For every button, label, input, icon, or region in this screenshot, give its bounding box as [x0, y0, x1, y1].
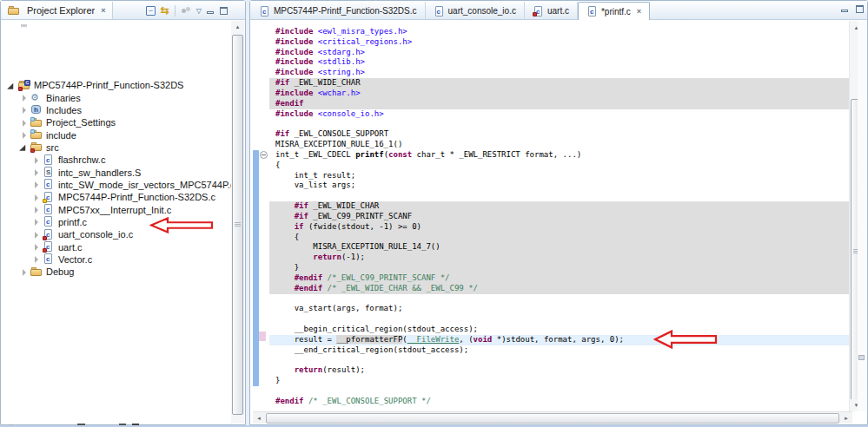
editor-hscrollbar: ◄ ►: [253, 411, 852, 424]
fold-collapse-icon[interactable]: [260, 151, 268, 159]
project-tree: CMPC5744P-Printf_Function-S32DS⚙Binaries…: [2, 79, 228, 279]
expand-arrow-icon[interactable]: [33, 181, 41, 188]
scrollbar-thumb[interactable]: [232, 35, 243, 415]
scroll-up-icon[interactable]: ▲: [231, 21, 244, 33]
close-icon[interactable]: ×: [637, 7, 641, 16]
expand-arrow-icon[interactable]: [21, 94, 29, 102]
c-file-error-icon: c: [43, 241, 55, 253]
tree-item-intc_SW_mode_isr_vectors_MPC5744P.c[interactable]: cintc_SW_mode_isr_vectors_MPC5744P.c: [2, 179, 228, 191]
expand-arrow-icon[interactable]: [21, 143, 29, 151]
cutoff-glyph: [132, 424, 139, 427]
c-file-error-icon: c: [533, 6, 543, 16]
tree-item-label: MPC5744P-Printf_Function-S32DS: [34, 80, 183, 90]
code-line: if (fwide(stdout, -1) >= 0): [269, 222, 849, 233]
code-line: #if _EWL_WIDE_CHAR: [269, 78, 849, 89]
code-line: int_t _EWL_CDECL printf(const char_t * _…: [269, 150, 849, 161]
code-line: #include <console_io.h>: [269, 109, 849, 120]
editor-tab-uart_console_io.c[interactable]: cuart_console_io.c: [426, 2, 525, 20]
scope-range-indicator: [253, 150, 259, 386]
editor-tab-MPC5744P-Printf_Function-S32DS.c[interactable]: cMPC5744P-Printf_Function-S32DS.c: [251, 2, 426, 20]
expand-arrow-icon[interactable]: [9, 82, 17, 89]
overview-ruler: [858, 21, 866, 411]
editor-tab-printf.c[interactable]: c*printf.c×: [578, 2, 650, 20]
code-line: MISRA_EXCEPTION_RULE_16_1(): [269, 140, 849, 150]
maximize-icon[interactable]: [220, 7, 228, 15]
expand-arrow-icon[interactable]: [21, 119, 29, 127]
folder-src-error-icon: [30, 141, 43, 153]
tree-item-Project_Settings[interactable]: Project_Settings: [2, 116, 228, 128]
toolbar-separator: [175, 5, 176, 16]
tree-item-label: Project_Settings: [46, 117, 116, 128]
view-title: Project Explorer: [27, 5, 95, 16]
expand-arrow-icon[interactable]: [21, 106, 29, 114]
code-line: result = __pformatterFP(__FileWrite, (vo…: [269, 335, 849, 345]
code-line: [269, 119, 849, 129]
code-line: #endif /* _EWL_WIDE_CHAR && _EWL_C99 */: [269, 284, 849, 294]
view-menu-icon[interactable]: [181, 6, 191, 15]
project-explorer-header: Project Explorer × − ⇆ ▽: [1, 1, 245, 20]
minimize-icon[interactable]: [841, 5, 849, 13]
expand-arrow-icon[interactable]: [33, 231, 41, 239]
code-line: #if _EWL_WIDE_CHAR: [269, 201, 849, 212]
code-line: return(result);: [269, 365, 849, 376]
tree-item-Debug[interactable]: Debug: [2, 266, 228, 278]
editor-tab-label: uart_console_io.c: [448, 6, 516, 16]
editor-tab-uart.c[interactable]: cuart.c: [525, 2, 578, 20]
overview-marker[interactable]: [858, 355, 865, 360]
scrollbar-thumb[interactable]: [266, 413, 839, 424]
expand-arrow-icon[interactable]: [33, 206, 41, 214]
code-line: [269, 386, 849, 397]
expand-arrow-icon[interactable]: [33, 156, 41, 164]
tree-item-intc_sw_handlers.S[interactable]: Sintc_sw_handlers.S: [2, 166, 228, 178]
collapse-all-icon[interactable]: −: [146, 6, 156, 16]
tree-item-label: flashrchw.c: [58, 154, 105, 165]
tree-item-uart.c[interactable]: cuart.c: [2, 240, 228, 253]
tab-project-explorer[interactable]: Project Explorer ×: [2, 2, 113, 19]
tree-item-label: intc_sw_handlers.S: [58, 168, 141, 178]
cutoff-glyph: [77, 424, 85, 427]
expand-arrow-icon[interactable]: [33, 194, 41, 201]
scroll-right-icon[interactable]: ►: [840, 412, 852, 424]
tree-item-include[interactable]: include: [2, 128, 228, 141]
tree-item-Binaries[interactable]: ⚙Binaries: [2, 91, 228, 103]
close-icon[interactable]: ×: [101, 6, 105, 15]
minimize-icon[interactable]: [207, 7, 215, 15]
c-file-icon: c: [586, 6, 597, 16]
project-explorer-panel: Project Explorer × − ⇆ ▽ CMPC5744P-Print…: [0, 0, 246, 425]
tree-item-MPC57xx__Interrupt_Init.c[interactable]: cMPC57xx__Interrupt_Init.c: [2, 203, 228, 215]
ide-window: Project Explorer × − ⇆ ▽ CMPC5744P-Print…: [0, 0, 868, 427]
folder-icon: [30, 266, 43, 278]
expand-arrow-icon[interactable]: [21, 268, 29, 276]
expand-arrow-icon[interactable]: [33, 168, 41, 176]
partially-scrolled-row: [21, 24, 27, 27]
scroll-left-icon[interactable]: ◄: [253, 412, 265, 424]
expand-arrow-icon[interactable]: [21, 131, 29, 139]
tree-item-MPC5744P-Printf_Function-S32DS[interactable]: CMPC5744P-Printf_Function-S32DS: [2, 79, 228, 91]
code-line: __begin_critical_region(stdout_access);: [269, 325, 849, 335]
expand-arrow-icon[interactable]: [33, 243, 41, 251]
code-line: MISRA_EXCEPTION_RULE_14_7(): [269, 242, 849, 253]
maximize-icon[interactable]: [856, 5, 864, 13]
s-file-icon: S: [43, 167, 55, 178]
c-file-icon: c: [43, 204, 55, 215]
tree-item-MPC5744P-Printf_Function-S32DS.c[interactable]: cMPC5744P-Printf_Function-S32DS.c: [2, 191, 228, 203]
cutoff-glyph: [119, 424, 126, 427]
code-line: va_start(args, format);: [269, 304, 849, 314]
expand-arrow-icon[interactable]: [33, 218, 41, 226]
code-line: #endif: [269, 99, 849, 109]
expand-arrow-icon[interactable]: [33, 255, 41, 263]
code-line: [269, 191, 849, 201]
tree-item-label: Includes: [46, 105, 82, 115]
link-with-editor-icon[interactable]: ⇆: [161, 5, 169, 16]
c-file-error-icon: c: [43, 229, 55, 240]
code-line: [269, 294, 849, 305]
tree-item-Vector.c[interactable]: cVector.c: [2, 253, 228, 266]
tree-item-Includes[interactable]: hIncludes: [2, 104, 228, 116]
tree-item-flashrchw.c[interactable]: cflashrchw.c: [2, 154, 228, 166]
code-line: }: [269, 263, 849, 273]
c-file-warning-icon: c: [43, 192, 55, 203]
code-editor[interactable]: #include <ewl_misra_types.h>#include <cr…: [269, 27, 849, 407]
dropdown-menu-icon[interactable]: ▽: [196, 7, 202, 15]
tree-item-src[interactable]: src: [2, 141, 228, 154]
editor-window-buttons: [841, 5, 864, 13]
